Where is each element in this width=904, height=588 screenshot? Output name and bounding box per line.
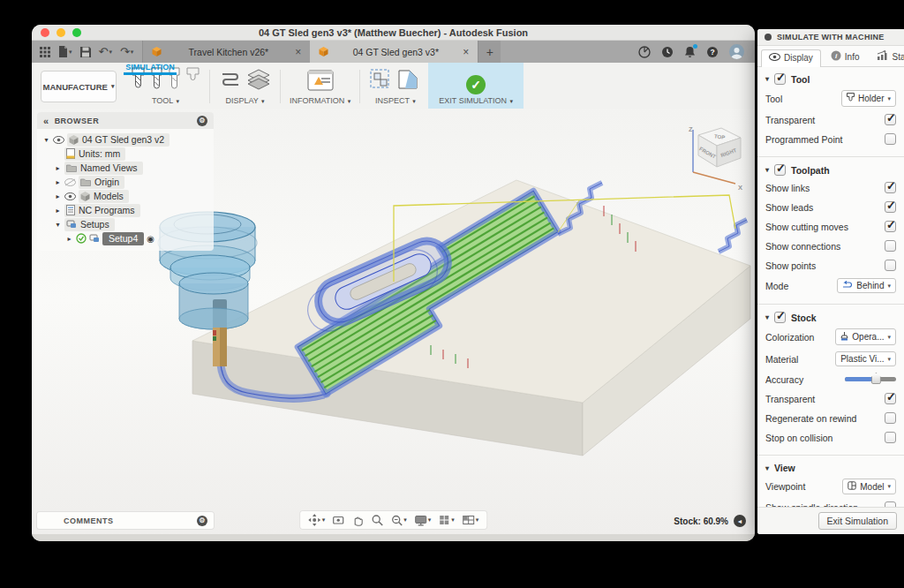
- tool-group-label[interactable]: TOOL ▾: [152, 96, 179, 105]
- display-group-label[interactable]: DISPLAY ▾: [225, 96, 264, 105]
- spindle-direction-checkbox[interactable]: [885, 501, 896, 507]
- zoom-icon[interactable]: [371, 514, 383, 526]
- caret-down-icon: ▾: [131, 49, 134, 56]
- tree-item-setup4[interactable]: ▸ Setup4 ◉: [65, 231, 210, 245]
- programmed-point-checkbox[interactable]: [885, 133, 896, 145]
- show-links-checkbox[interactable]: [885, 182, 896, 193]
- section-collapse-icon[interactable]: ▾: [765, 464, 769, 472]
- toolpath-display-icon[interactable]: [219, 70, 242, 94]
- show-points-checkbox[interactable]: [885, 260, 896, 271]
- colorization-dropdown[interactable]: Opera... ▾: [835, 328, 896, 345]
- information-group-label[interactable]: INFORMATION ▾: [290, 96, 350, 105]
- comments-settings-icon[interactable]: ⚙: [197, 516, 207, 526]
- viewports-icon[interactable]: ▾: [462, 514, 479, 526]
- tree-item-units[interactable]: Units: mm: [54, 147, 210, 161]
- stock-section-checkbox[interactable]: [774, 312, 786, 323]
- fusion-document-icon: [319, 47, 328, 57]
- viewpoint-dropdown[interactable]: Model ▾: [842, 479, 896, 494]
- context-tab-simulation[interactable]: SIMULATION: [124, 63, 177, 75]
- tab-statistics[interactable]: Statistics: [869, 47, 904, 66]
- zoom-window-icon[interactable]: ▾: [390, 514, 407, 526]
- expand-caret-icon[interactable]: ▸: [54, 207, 62, 215]
- look-at-icon[interactable]: [332, 514, 344, 526]
- visibility-off-eye-icon[interactable]: [64, 178, 76, 186]
- new-tab-button[interactable]: +: [478, 41, 501, 63]
- close-window-button[interactable]: [41, 28, 49, 37]
- transparent-checkbox[interactable]: [885, 114, 896, 125]
- toolpath-section-checkbox[interactable]: [774, 164, 786, 176]
- viewpoint-value: Model: [860, 482, 884, 492]
- expand-caret-icon[interactable]: ▸: [54, 164, 62, 172]
- expand-caret-icon[interactable]: ▸: [65, 235, 73, 243]
- tree-item-setups[interactable]: ▾ Setups: [54, 217, 210, 231]
- job-status-clock-icon[interactable]: [661, 46, 674, 58]
- tree-item-root[interactable]: ▾ 04 GT Sled gen3 v2: [42, 132, 210, 147]
- tab-travel-kitchen[interactable]: Travel Kitchen v26* ×: [142, 41, 310, 63]
- orbit-icon[interactable]: ▾: [308, 514, 326, 526]
- workspace-selector[interactable]: MANUFACTURE ▾: [41, 71, 117, 102]
- show-connections-checkbox[interactable]: [885, 240, 896, 252]
- notifications-bell-icon[interactable]: [684, 46, 696, 58]
- view-cube[interactable]: TOP FRONT RIGHT Z X: [675, 121, 750, 195]
- caret-down-icon: ▾: [348, 98, 351, 104]
- tab-info[interactable]: i Info: [823, 47, 868, 66]
- show-cutting-moves-checkbox[interactable]: [885, 221, 896, 232]
- tree-item-named-views[interactable]: ▸ Named Views: [54, 161, 210, 175]
- avatar[interactable]: [729, 44, 744, 59]
- section-collapse-icon[interactable]: ▾: [765, 75, 769, 83]
- stock-transparent-checkbox[interactable]: [885, 393, 896, 404]
- stock-status-icon[interactable]: ◄: [734, 515, 746, 527]
- section-collapse-icon[interactable]: ▾: [765, 166, 769, 174]
- mode-dropdown[interactable]: Behind ▾: [837, 278, 896, 293]
- tree-item-nc-programs[interactable]: ▸ NC Programs: [54, 203, 210, 217]
- display-settings-icon[interactable]: ▾: [414, 514, 432, 526]
- stop-collision-checkbox[interactable]: [885, 432, 896, 443]
- simulate-panel-header[interactable]: SIMULATE WITH MACHINE: [757, 29, 904, 46]
- zoom-window-button[interactable]: [72, 28, 81, 37]
- accuracy-slider-thumb[interactable]: [871, 373, 881, 384]
- expand-caret-icon[interactable]: ▸: [54, 178, 62, 186]
- expand-caret-icon[interactable]: ▸: [54, 192, 62, 200]
- browser-settings-icon[interactable]: ⚙: [197, 116, 207, 126]
- material-dropdown[interactable]: Plastic Vi... ▾: [835, 351, 896, 366]
- redo-icon[interactable]: ↷ ▾: [120, 45, 133, 58]
- visibility-eye-icon[interactable]: [64, 192, 76, 200]
- help-icon[interactable]: ?: [706, 46, 719, 58]
- tool-holder-icon[interactable]: [185, 67, 200, 94]
- caret-down-icon: ▾: [177, 98, 180, 104]
- tool-dropdown[interactable]: Holder ▾: [841, 90, 896, 107]
- exit-simulation-button[interactable]: Exit Simulation: [818, 512, 897, 530]
- extensions-icon[interactable]: [638, 46, 651, 58]
- tool-section-checkbox[interactable]: [774, 73, 786, 85]
- pan-hand-icon[interactable]: [351, 514, 364, 526]
- undo-icon[interactable]: ↶ ▾: [99, 45, 112, 58]
- stock-display-icon[interactable]: [246, 68, 271, 94]
- expand-caret-icon[interactable]: ▾: [42, 136, 50, 144]
- information-window-icon[interactable]: [307, 70, 334, 94]
- measure-inspect-icon[interactable]: [396, 68, 421, 94]
- accuracy-slider[interactable]: [845, 377, 896, 381]
- tab-gt-sled[interactable]: 04 GT Sled gen3 v3* ×: [310, 41, 478, 63]
- save-icon[interactable]: [80, 47, 91, 57]
- tab-display[interactable]: Display: [761, 49, 821, 67]
- visibility-eye-icon[interactable]: [53, 136, 64, 144]
- browser-header[interactable]: « BROWSER ⚙: [37, 112, 214, 129]
- show-leads-checkbox[interactable]: [885, 201, 896, 213]
- close-tab-icon[interactable]: ×: [463, 46, 469, 58]
- file-menu-icon[interactable]: ▾: [58, 46, 72, 57]
- minimize-window-button[interactable]: [56, 28, 65, 37]
- regenerate-checkbox[interactable]: [885, 412, 896, 424]
- close-tab-icon[interactable]: ×: [295, 46, 301, 58]
- nc-program-icon: [66, 205, 75, 215]
- tree-item-origin[interactable]: ▸ Origin: [54, 175, 210, 189]
- app-grid-icon[interactable]: [40, 47, 50, 57]
- exit-simulation-group[interactable]: ✓ EXIT SIMULATION ▾: [428, 63, 524, 109]
- section-collapse-icon[interactable]: ▾: [765, 313, 769, 321]
- tree-item-models[interactable]: ▸ Models: [54, 189, 210, 203]
- grid-layout-icon[interactable]: ▾: [438, 514, 455, 526]
- section-inspect-icon[interactable]: [369, 68, 392, 94]
- inspect-group-label[interactable]: INSPECT ▾: [375, 96, 416, 105]
- comments-bar[interactable]: COMMENTS ⚙: [37, 512, 214, 529]
- expand-caret-icon[interactable]: ▾: [54, 221, 62, 229]
- collapse-panel-icon[interactable]: «: [43, 116, 49, 126]
